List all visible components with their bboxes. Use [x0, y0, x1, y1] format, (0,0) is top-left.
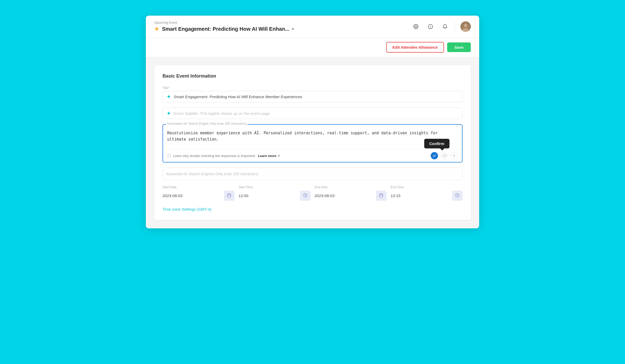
- title-value: Smart Engagement: Predicting How AI Will…: [174, 95, 459, 99]
- start-time-value: 12:00: [239, 193, 298, 198]
- clock-icon-2: [455, 193, 459, 197]
- end-date-calendar-button[interactable]: [376, 191, 386, 201]
- title-input-wrapper[interactable]: Smart Engagement: Predicting How AI Will…: [162, 91, 463, 102]
- edit-allowance-button[interactable]: Edit Attendee Allowance: [386, 42, 444, 53]
- subtitle-field-group: Event Subtitle. This tagline shows up on…: [162, 108, 463, 119]
- check-icon: [433, 154, 436, 158]
- description-field-wrapper: Description for Search Engine Only (max …: [162, 124, 463, 162]
- start-time-field: Start Time 12:00: [239, 185, 310, 201]
- end-date-value: 2023-08-03: [315, 193, 374, 198]
- datetime-grid: Start Date 2023-08-03: [162, 185, 463, 201]
- confirm-tooltip[interactable]: Confirm: [424, 139, 450, 148]
- event-title-row: ★ Smart Engagement: Predicting How AI Wi…: [154, 26, 411, 32]
- info-icon: [428, 24, 433, 29]
- calendar-icon-2: [379, 193, 383, 197]
- start-date-label: Start Date: [162, 185, 234, 189]
- svg-rect-14: [380, 194, 383, 197]
- timezone-link[interactable]: Time zone Settings (GMT-4): [162, 207, 211, 211]
- gear-icon: [413, 24, 418, 29]
- info-button[interactable]: [426, 22, 435, 31]
- svg-point-0: [415, 26, 417, 27]
- header-right: [411, 21, 471, 32]
- bell-icon: [442, 24, 448, 29]
- end-time-clock-button[interactable]: [452, 191, 463, 201]
- save-button[interactable]: Save: [447, 42, 471, 52]
- start-date-input-row: 2023-08-03: [162, 191, 234, 201]
- ai-sparkle-icon-2: [166, 111, 171, 116]
- learn-more-link[interactable]: Learn more ↗: [258, 154, 279, 158]
- title-field-group: Title* Smart Engagement: Predicting How …: [162, 86, 463, 102]
- start-time-clock-button[interactable]: [300, 191, 310, 201]
- calendar-icon: [227, 193, 231, 197]
- end-time-input-row: 13:15: [391, 191, 463, 201]
- start-time-input-row: 12:00: [239, 191, 310, 201]
- main-content: Basic Event Information Title* Smart Eng…: [146, 57, 479, 228]
- svg-point-5: [464, 24, 467, 27]
- header-divider: [455, 22, 455, 31]
- upcoming-label: Upcoming Event: [154, 21, 411, 24]
- form-card: Basic Event Information Title* Smart Eng…: [154, 65, 471, 220]
- toolbar: Edit Attendee Allowance Save: [146, 38, 479, 57]
- refresh-button[interactable]: [441, 152, 448, 159]
- star-icon: ★: [154, 26, 159, 32]
- subtitle-input-wrapper[interactable]: Event Subtitle. This tagline shows up on…: [162, 108, 463, 119]
- ai-icon-subtitle: [166, 111, 171, 116]
- info-circle-icon: ⓘ: [167, 153, 171, 158]
- notifications-button[interactable]: [440, 22, 450, 31]
- title-label: Title*: [162, 86, 463, 90]
- subtitle-placeholder: Event Subtitle. This tagline shows up on…: [174, 111, 270, 116]
- chevron-down-icon[interactable]: ▾: [292, 27, 294, 31]
- svg-rect-9: [228, 194, 231, 197]
- start-date-field: Start Date 2023-08-03: [162, 185, 234, 201]
- event-title: Smart Engagement: Predicting How AI Will…: [162, 26, 289, 32]
- user-avatar-svg: [460, 21, 471, 32]
- start-time-label: Start Time: [239, 185, 310, 189]
- description-label: Description for Search Engine Only (max …: [166, 122, 247, 125]
- description-footer: Confirm ⓘ Learn why double checking the …: [163, 149, 462, 162]
- settings-button[interactable]: [411, 22, 421, 31]
- start-date-value: 2023-08-03: [162, 193, 222, 198]
- end-time-label: End Time: [391, 185, 463, 189]
- header: Upcoming Event ★ Smart Engagement: Predi…: [146, 16, 479, 38]
- confirm-check-button[interactable]: [431, 152, 438, 159]
- keywords-placeholder: Keywrods for Search Engines Only (max 20…: [166, 172, 258, 176]
- avatar-image: [460, 21, 471, 32]
- start-date-calendar-button[interactable]: [224, 191, 234, 201]
- learn-why-text: Learn why double checking the responses …: [173, 154, 256, 158]
- end-time-value: 13:15: [391, 193, 450, 198]
- clock-icon: [303, 193, 307, 197]
- header-left: Upcoming Event ★ Smart Engagement: Predi…: [154, 21, 411, 32]
- learn-more-label: Learn more: [258, 154, 276, 158]
- end-date-field: End Date 2023-08-03: [315, 185, 386, 201]
- section-title: Basic Event Information: [162, 73, 463, 79]
- close-icon: [452, 154, 456, 158]
- avatar[interactable]: [460, 21, 471, 32]
- action-icons: [431, 152, 458, 159]
- app-container: Upcoming Event ★ Smart Engagement: Predi…: [146, 16, 479, 228]
- refresh-icon: [442, 154, 446, 158]
- confirm-label: Confirm: [429, 141, 445, 146]
- end-date-label: End Date: [315, 185, 386, 189]
- end-time-field: End Time 13:15: [391, 185, 463, 201]
- keywords-field-group[interactable]: Keywrods for Search Engines Only (max 20…: [162, 168, 463, 180]
- ai-sparkle-icon: [166, 94, 171, 99]
- external-link-icon: ↗: [277, 154, 280, 158]
- close-button[interactable]: [451, 152, 458, 159]
- description-textarea[interactable]: [163, 125, 462, 148]
- end-date-input-row: 2023-08-03: [315, 191, 386, 201]
- ai-icon-title: [166, 94, 171, 99]
